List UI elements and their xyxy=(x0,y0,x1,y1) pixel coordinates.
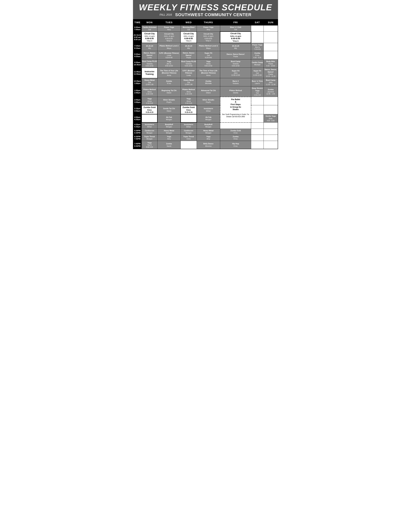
class-cell xyxy=(251,141,263,149)
class-cell xyxy=(251,105,263,114)
class-cell: ZumbaK'mo xyxy=(158,78,181,86)
class-cell xyxy=(263,135,278,141)
class-cell xyxy=(251,135,263,141)
class-cell: Gentle YogaKate4:00 - 5:00 xyxy=(263,114,278,123)
class-cell: ZumbaMichelle xyxy=(197,78,220,86)
table-row: 6:35PM7:35PMTriple ThreatMorganYogaAmyTr… xyxy=(133,135,278,141)
class-cell: Pilates MethodAnna1:10-2:05 xyxy=(142,86,158,97)
class-cell xyxy=(251,97,263,105)
class-cell: Silver StreaksPhyll's xyxy=(158,97,181,105)
class-cell: Heavy MetalMorgan xyxy=(197,129,220,135)
class-cell: ZumbaSarah xyxy=(158,141,181,149)
class-cell: Pre Ballet&First Stepsin Group ExStudioS… xyxy=(220,97,251,123)
class-cell: Super FitJohn11:00-12:00 xyxy=(220,68,251,78)
schedule-table: TIME MON TUES WED THURS FRI SAT SUN 6:00… xyxy=(133,19,278,149)
class-cell: YogaAnna2:10-3:10 xyxy=(180,97,197,105)
table-row: 5:30PM6:30PMCardiocoreMorganHeavy MetalM… xyxy=(133,129,278,135)
class-cell: bootybarreEthan xyxy=(142,123,158,129)
class-cell: Circuit CityJohn--in gym6:00-8:00*drop i… xyxy=(197,32,220,43)
class-cell: 20-20-20Ally xyxy=(180,43,197,51)
table-row: 1:05pm2:00pmPilates MethodAnna1:10-2:05B… xyxy=(133,86,278,97)
class-cell xyxy=(251,129,263,135)
col-thurs: THURS xyxy=(197,19,220,25)
class-cell xyxy=(251,32,263,43)
class-cell: Pilates MethodAnna1:10-2:05 xyxy=(180,86,197,97)
class-cell xyxy=(263,32,278,43)
class-cell: Instructor Training xyxy=(142,68,158,78)
class-cell: The Time of Your Life (Boomer Fitness)An… xyxy=(158,68,181,78)
class-cell: Circuit CityJohn--in gym6:00-8:00*drop i… xyxy=(220,32,251,43)
class-cell: The Time of Your Life (Boomer Fitness)An… xyxy=(197,68,220,78)
class-cell xyxy=(180,114,197,123)
table-row: 4:00pm4:20pmAb FabMorganAb FabMorganGent… xyxy=(133,114,278,123)
time-cell: 12:05pm1:00pm xyxy=(133,78,142,86)
class-cell xyxy=(263,141,278,149)
class-cell: ZumbaK'mo8:30 - 9:30 xyxy=(251,51,263,59)
class-cell: 20-20-20Ally xyxy=(142,43,158,51)
table-row: 11:00am11:55amInstructor TrainingThe Tim… xyxy=(133,68,278,78)
class-cell: ZumbaJasmine12:45 - 1:45 xyxy=(263,86,278,97)
class-cell: Boot CampVictoria9:35-10:50 xyxy=(220,59,251,68)
class-cell: Power YogaAmy xyxy=(197,25,220,32)
col-sat: SAT xyxy=(251,19,263,25)
center-name: SOUTHWEST COMMUNITY CENTER xyxy=(175,12,252,17)
time-cell: 8:20am9:25am xyxy=(133,51,142,59)
class-cell: Pilates Method Level 2Maya xyxy=(158,43,181,51)
class-cell: Zumba GoldKimo3:15-4:15 xyxy=(142,105,158,114)
time-cell: 2:05pm3:05pm xyxy=(133,97,142,105)
class-cell: Cardio CampMichael xyxy=(251,59,263,68)
class-cell xyxy=(251,25,263,32)
time-cell: 5:30PM6:30PM xyxy=(133,129,142,135)
class-cell xyxy=(180,141,197,149)
class-cell xyxy=(263,123,278,129)
class-cell: bootybarreEthan xyxy=(197,105,220,114)
class-cell: Deep Stretch YogaGal1:10-2:10 xyxy=(251,86,263,97)
class-cell: Triple ThreatChris xyxy=(180,135,197,141)
class-cell xyxy=(263,97,278,105)
class-cell: YogaAmy xyxy=(158,135,181,141)
time-cell: 4:25pm5:25pm xyxy=(133,123,142,129)
class-cell: Dance, Dance Dance!Paula xyxy=(220,51,251,59)
class-cell xyxy=(263,105,278,114)
time-cell: 4:00pm4:20pm xyxy=(133,114,142,123)
class-cell: Circuit CityJohn--in gym6:00-8:00*drop i… xyxy=(142,32,158,43)
col-wed: WED xyxy=(180,19,197,25)
class-cell: Power YogaAlex'a7:15-8:15 xyxy=(251,43,263,51)
class-cell: Barre 2Victoria xyxy=(220,78,251,86)
class-cell: Boot CampJohn11:30 - 12:30 xyxy=(263,78,278,86)
table-row: 7:10am8:10am20-20-20AllyPilates Method L… xyxy=(133,43,278,51)
class-cell: Boot Camp PLUSVictoria9:35-10:50 xyxy=(142,59,158,68)
class-cell: Pilates MethodDanita xyxy=(220,86,251,97)
class-cell: Advanced Tai ChiDiane xyxy=(197,86,220,97)
table-row: 7:45PM8:45PMYogaNur'it8:00-9:00ZumbaSara… xyxy=(133,141,278,149)
class-cell: Beginning Tai ChiDiane xyxy=(158,86,181,97)
class-cell: Blast 'n' ChillGal xyxy=(220,25,251,32)
page-title: WEEKLY FITNESS SCHEDULE xyxy=(136,3,275,12)
page-wrapper: WEEKLY FITNESS SCHEDULE FALL 2016 SOUTHW… xyxy=(133,0,278,149)
class-cell: Morning BlastGal xyxy=(180,25,197,32)
class-cell: Ab FabMorgan xyxy=(197,114,220,123)
class-cell: Circuit CityJohn--in gym6:00-8:00*drop i… xyxy=(158,32,181,43)
class-cell: bootybarreEthan xyxy=(180,123,197,129)
class-cell: YogaAnna2:10-3:10 xyxy=(142,97,158,105)
time-cell: 6:35PM7:35PM xyxy=(133,135,142,141)
table-row: 9:35am10:35amBoot Camp PLUSVictoria9:35-… xyxy=(133,59,278,68)
time-cell: 1:05pm2:00pm xyxy=(133,86,142,97)
class-cell: Cardio KickstartGal xyxy=(142,25,158,32)
class-cell: Super FitGal11:00-12:00 xyxy=(251,68,263,78)
class-cell xyxy=(263,51,278,59)
class-cell: Zumba GoldKimo3:15-4:15 xyxy=(180,105,197,114)
class-cell: Silver StreaksPhyll's xyxy=(197,97,220,105)
class-cell: ZumbaK'mo xyxy=(220,135,251,141)
class-cell xyxy=(251,114,263,123)
class-cell: Hip HopK'mo xyxy=(220,141,251,149)
column-headers: TIME MON TUES WED THURS FRI SAT SUN xyxy=(133,19,278,25)
class-cell xyxy=(251,123,263,129)
class-cell: YogaNur'it8:00-9:00 xyxy=(142,141,158,149)
class-cell: Belly DanceAhncine xyxy=(197,141,220,149)
class-cell xyxy=(220,123,251,129)
col-sun: SUN xyxy=(263,19,278,25)
class-cell xyxy=(263,129,278,135)
class-cell xyxy=(263,25,278,32)
class-cell: Dance, Dance, Dance!Paula10:15 - 11:15 xyxy=(263,68,278,78)
